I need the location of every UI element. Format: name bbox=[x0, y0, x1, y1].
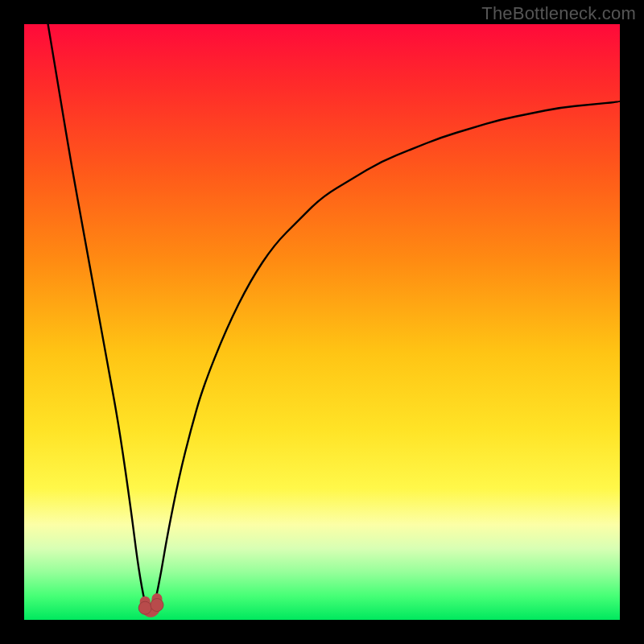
curve-layer bbox=[24, 24, 620, 620]
min-marker-right bbox=[151, 599, 163, 612]
bottleneck-curve-path bbox=[48, 24, 620, 615]
watermark-text: TheBottleneck.com bbox=[481, 3, 636, 24]
outer-frame: TheBottleneck.com bbox=[0, 0, 644, 644]
plot-area bbox=[24, 24, 620, 620]
min-markers bbox=[138, 599, 163, 615]
min-marker-left bbox=[138, 601, 151, 614]
